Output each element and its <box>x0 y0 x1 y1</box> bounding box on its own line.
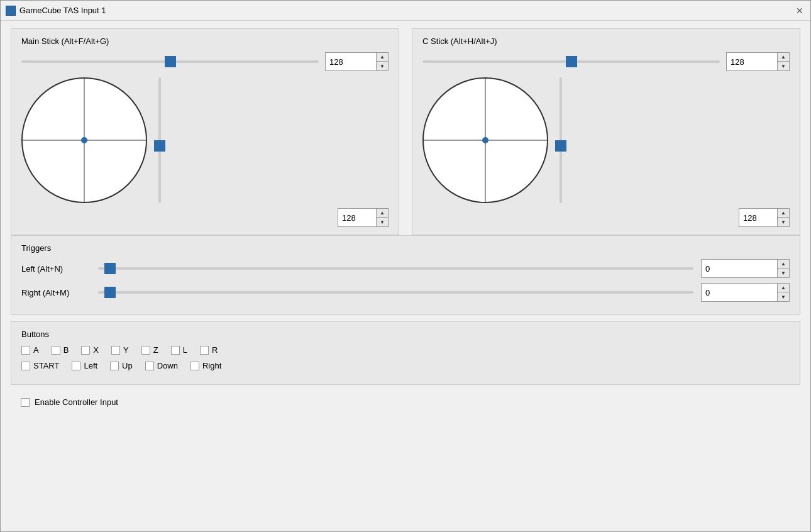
c-stick-h-thumb[interactable] <box>566 56 577 67</box>
right-trigger-input[interactable] <box>702 284 777 301</box>
c-stick-x-spinbox-btns: ▲ ▼ <box>777 53 789 70</box>
checkbox-btn-r[interactable] <box>200 346 209 355</box>
checkbox-label-btn-b: B <box>63 345 69 355</box>
checkbox-item-btn-z[interactable]: Z <box>141 345 158 355</box>
main-stick-v-thumb[interactable] <box>154 140 165 152</box>
c-stick-y-row: ▲ ▼ <box>422 208 790 227</box>
title-bar-left: GameCube TAS Input 1 <box>6 6 106 16</box>
content-area: Main Stick (Alt+F/Alt+G) ▲ ▼ <box>1 21 810 531</box>
checkbox-btn-a[interactable] <box>21 346 30 355</box>
c-stick-h-slider-container <box>422 55 720 68</box>
left-trigger-input[interactable] <box>702 260 777 277</box>
checkbox-item-btn-down[interactable]: Down <box>145 361 178 370</box>
buttons-title: Buttons <box>21 330 790 339</box>
c-stick-dot <box>482 137 488 143</box>
left-trigger-up-btn[interactable]: ▲ <box>778 260 789 269</box>
c-stick-y-up-btn[interactable]: ▲ <box>778 209 789 218</box>
checkbox-item-btn-up[interactable]: Up <box>110 361 133 370</box>
c-stick-y-spinbox: ▲ ▼ <box>739 208 790 227</box>
right-trigger-track <box>98 291 693 294</box>
right-trigger-thumb[interactable] <box>104 287 116 298</box>
main-stick-dot <box>81 137 87 143</box>
buttons-section: Buttons ABXYZLR STARTLeftUpDownRight <box>11 321 800 385</box>
left-trigger-down-btn[interactable]: ▼ <box>778 269 789 277</box>
c-stick-panel: C Stick (Alt+H/Alt+J) ▲ ▼ <box>412 28 800 235</box>
c-stick-title: C Stick (Alt+H/Alt+J) <box>422 36 790 46</box>
checkbox-item-btn-r[interactable]: R <box>200 345 218 355</box>
enable-controller-checkbox[interactable] <box>21 398 30 407</box>
c-stick-circle-container <box>422 77 548 203</box>
main-stick-y-up-btn[interactable]: ▲ <box>377 209 388 218</box>
checkbox-label-btn-r: R <box>212 345 218 355</box>
main-stick-x-down-btn[interactable]: ▼ <box>377 62 388 70</box>
main-stick-title: Main Stick (Alt+F/Alt+G) <box>21 36 389 46</box>
checkbox-btn-start[interactable] <box>21 362 30 370</box>
right-trigger-spinbox-btns: ▲ ▼ <box>777 284 789 301</box>
checkbox-btn-left[interactable] <box>72 362 80 370</box>
right-trigger-label: Right (Alt+M) <box>21 288 91 297</box>
c-stick-h-track <box>422 60 720 63</box>
checkbox-btn-x[interactable] <box>81 346 90 355</box>
main-stick-x-input[interactable] <box>326 53 376 70</box>
main-stick-x-spinbox-btns: ▲ ▼ <box>376 53 388 70</box>
c-stick-x-spinbox: ▲ ▼ <box>726 52 790 71</box>
checkbox-btn-z[interactable] <box>141 346 150 355</box>
right-trigger-down-btn[interactable]: ▼ <box>778 292 789 301</box>
c-stick-x-up-btn[interactable]: ▲ <box>778 53 789 62</box>
c-stick-x-input[interactable] <box>727 53 777 70</box>
checkbox-item-btn-a[interactable]: A <box>21 345 39 355</box>
checkbox-item-btn-start[interactable]: START <box>21 361 59 370</box>
main-stick-circle[interactable] <box>21 77 147 203</box>
main-stick-y-spinbox-btns: ▲ ▼ <box>376 209 388 226</box>
checkbox-label-btn-z: Z <box>153 345 158 355</box>
right-trigger-spinbox: ▲ ▼ <box>701 283 790 302</box>
main-stick-h-controls: ▲ ▼ <box>21 52 389 71</box>
main-stick-v-track <box>158 77 161 203</box>
main-stick-x-spinbox: ▲ ▼ <box>325 52 389 71</box>
main-stick-x-up-btn[interactable]: ▲ <box>377 53 388 62</box>
checkbox-item-btn-b[interactable]: B <box>52 345 69 355</box>
checkbox-label-btn-down: Down <box>157 361 178 370</box>
checkbox-item-btn-y[interactable]: Y <box>111 345 129 355</box>
checkbox-btn-b[interactable] <box>52 346 60 355</box>
window-icon <box>6 6 16 16</box>
close-button[interactable]: ✕ <box>794 5 805 16</box>
main-stick-y-input[interactable] <box>338 209 376 226</box>
checkbox-label-btn-x: X <box>93 345 99 355</box>
checkbox-label-btn-right: Right <box>202 361 221 370</box>
main-stick-main-area <box>21 77 389 203</box>
c-stick-h-controls: ▲ ▼ <box>422 52 790 71</box>
checkbox-item-btn-left[interactable]: Left <box>72 361 97 370</box>
buttons-row1: ABXYZLR <box>21 345 790 355</box>
left-trigger-row: Left (Alt+N) ▲ ▼ <box>21 259 790 278</box>
c-stick-circle[interactable] <box>422 77 548 203</box>
main-stick-panel: Main Stick (Alt+F/Alt+G) ▲ ▼ <box>11 28 399 235</box>
checkbox-item-btn-right[interactable]: Right <box>190 361 221 370</box>
c-stick-y-down-btn[interactable]: ▼ <box>778 218 789 226</box>
checkbox-item-btn-x[interactable]: X <box>81 345 99 355</box>
checkbox-btn-down[interactable] <box>145 362 154 370</box>
checkbox-label-btn-up: Up <box>122 361 133 370</box>
c-stick-x-down-btn[interactable]: ▼ <box>778 62 789 70</box>
main-stick-y-down-btn[interactable]: ▼ <box>377 218 388 226</box>
right-trigger-slider-container <box>98 286 693 299</box>
checkbox-btn-y[interactable] <box>111 346 120 355</box>
left-trigger-spinbox-btns: ▲ ▼ <box>777 260 789 277</box>
enable-controller-row: Enable Controller Input <box>11 391 800 413</box>
right-trigger-up-btn[interactable]: ▲ <box>778 284 789 292</box>
checkbox-btn-right[interactable] <box>190 362 199 370</box>
left-trigger-spinbox: ▲ ▼ <box>701 259 790 278</box>
checkbox-label-btn-left: Left <box>84 361 97 370</box>
main-stick-h-thumb[interactable] <box>165 56 176 67</box>
enable-controller-label: Enable Controller Input <box>35 397 118 407</box>
checkbox-btn-up[interactable] <box>110 362 119 370</box>
main-stick-v-slider-container <box>153 77 166 203</box>
c-stick-y-input[interactable] <box>739 209 777 226</box>
left-trigger-thumb[interactable] <box>104 263 116 274</box>
checkbox-item-btn-l[interactable]: L <box>171 345 187 355</box>
buttons-row2: STARTLeftUpDownRight <box>21 361 790 370</box>
right-trigger-row: Right (Alt+M) ▲ ▼ <box>21 283 790 302</box>
c-stick-v-thumb[interactable] <box>555 140 566 152</box>
checkbox-btn-l[interactable] <box>171 346 180 355</box>
main-stick-y-spinbox: ▲ ▼ <box>338 208 389 227</box>
